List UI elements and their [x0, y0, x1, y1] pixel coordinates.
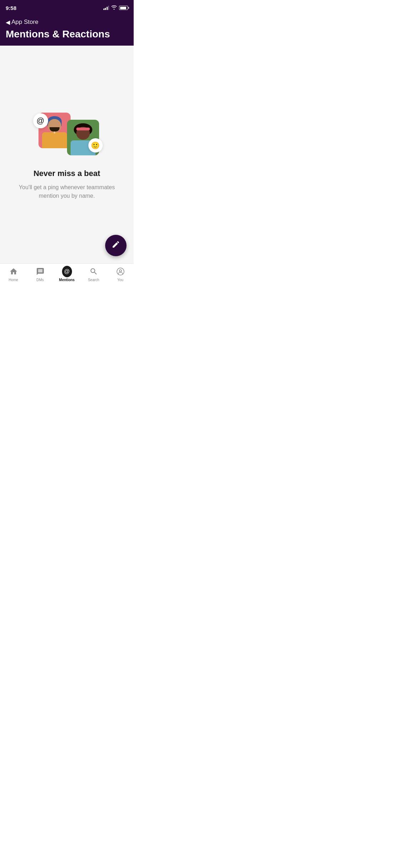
person2-hairband [76, 128, 90, 130]
dms-icon [35, 267, 45, 277]
tab-mentions-label: Mentions [59, 278, 75, 282]
tab-dms-label: DMs [36, 278, 44, 282]
compose-fab-button[interactable] [105, 235, 127, 256]
battery-icon [119, 6, 128, 10]
tab-search-label: Search [88, 278, 99, 282]
tab-home-label: Home [9, 278, 18, 282]
tab-mentions[interactable]: @ Mentions [53, 267, 80, 282]
at-bubble: @ [33, 113, 48, 128]
tab-you[interactable]: You [107, 267, 134, 282]
back-arrow-icon: ◀ [6, 19, 10, 26]
compose-icon [112, 240, 120, 251]
tab-dms[interactable]: DMs [27, 267, 53, 282]
at-symbol: @ [36, 116, 44, 125]
you-icon [115, 267, 125, 277]
tab-home[interactable]: Home [0, 267, 27, 282]
wifi-icon [111, 5, 117, 11]
content-area: @ 🙂 Never miss a beat You'll get [0, 46, 134, 263]
tab-search[interactable]: Search [80, 267, 107, 282]
empty-state-title: Never miss a beat [34, 169, 100, 178]
mentions-icon: @ [62, 267, 72, 277]
signal-icon [103, 6, 109, 10]
home-icon [9, 267, 19, 277]
tab-you-label: You [117, 278, 123, 282]
status-time: 9:58 [6, 5, 16, 11]
status-icons [103, 5, 128, 11]
back-label: App Store [11, 19, 38, 26]
page-title: Mentions & Reactions [6, 29, 128, 40]
status-bar: 9:58 [0, 0, 134, 16]
empty-state: @ 🙂 Never miss a beat You'll get [0, 109, 134, 200]
smiley-icon: 🙂 [91, 141, 100, 150]
svg-point-0 [117, 268, 124, 275]
person1-body [42, 132, 67, 148]
header: ◀ App Store Mentions & Reactions [0, 16, 134, 46]
smiley-bubble: 🙂 [88, 138, 103, 153]
illustration: @ 🙂 [31, 109, 103, 159]
svg-point-1 [119, 270, 122, 272]
empty-state-description: You'll get a ping whenever teammates men… [14, 183, 119, 200]
search-icon [89, 267, 99, 277]
tab-bar: Home DMs @ Mentions Search [0, 263, 134, 289]
back-button[interactable]: ◀ App Store [6, 19, 128, 26]
